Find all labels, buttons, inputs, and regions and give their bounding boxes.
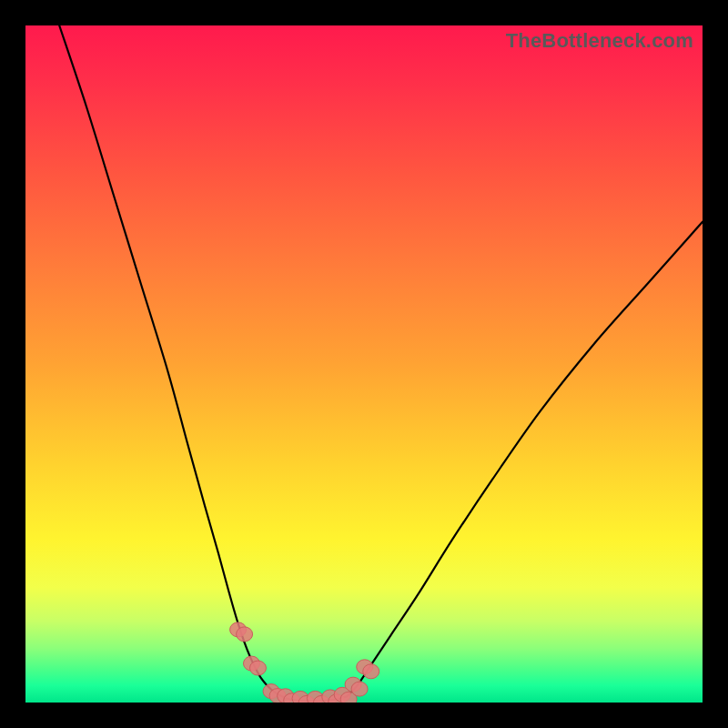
chart-svg	[25, 25, 703, 703]
svg-point-1	[237, 627, 253, 642]
svg-point-17	[351, 682, 368, 696]
marker-left-lower	[243, 656, 266, 675]
curve-right-branch	[347, 222, 703, 697]
marker-group	[230, 622, 379, 703]
svg-point-3	[249, 661, 266, 675]
marker-left-upper	[230, 622, 253, 642]
marker-right-upper	[357, 660, 379, 679]
outer-frame: TheBottleneck.com	[0, 0, 728, 728]
plot-area: TheBottleneck.com	[25, 25, 703, 703]
svg-point-19	[363, 664, 379, 679]
curve-left-branch	[59, 25, 286, 699]
